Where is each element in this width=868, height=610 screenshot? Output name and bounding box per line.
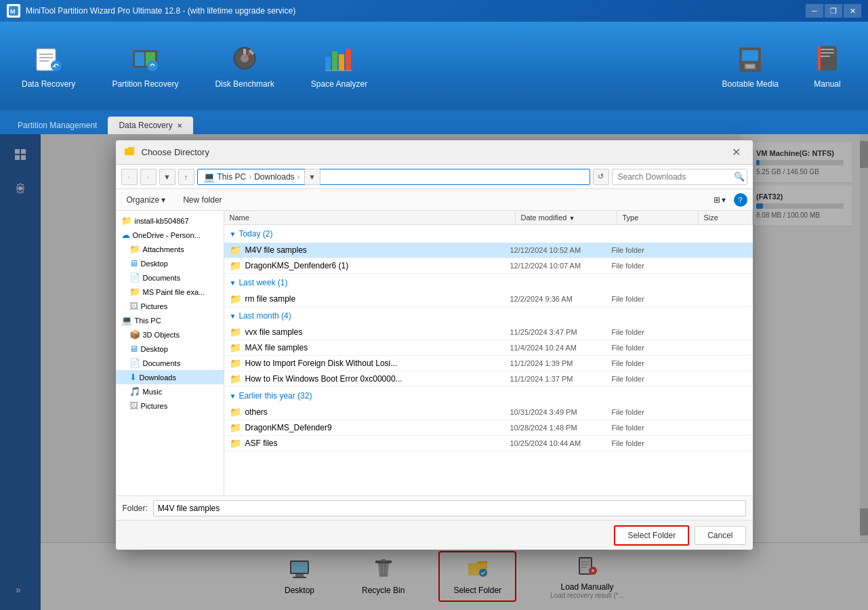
new-folder-button[interactable]: New folder xyxy=(176,194,228,206)
tab-partition-management[interactable]: Partition Management xyxy=(7,117,108,134)
tree-item-this-pc[interactable]: 💻 This PC xyxy=(116,313,224,327)
nav-up-button[interactable]: ↑ xyxy=(178,169,194,185)
file-type: File folder xyxy=(612,359,693,367)
group-earlier: ▼ Earlier this year (32) xyxy=(224,387,753,405)
titlebar: M MiniTool Partition Wizard Pro Ultimate… xyxy=(0,0,868,22)
tree-item-music[interactable]: 🎵 Music xyxy=(116,384,224,399)
tab-close-icon[interactable]: ✕ xyxy=(177,122,182,129)
file-row-max[interactable]: 📁 MAX file samples 11/4/2024 10:24 AM Fi… xyxy=(224,340,753,356)
tree-item-label: Music xyxy=(143,388,163,396)
toolbar-item-disk-benchmark[interactable]: Disk Benchmark xyxy=(207,36,282,96)
file-row-m4v[interactable]: 📁 M4V file samples 12/12/2024 10:52 AM F… xyxy=(224,243,753,258)
restore-button[interactable]: ❐ xyxy=(825,4,842,18)
file-name: How to Fix Windows Boot Error 0xc00000..… xyxy=(245,374,402,384)
file-row-fix-boot[interactable]: 📁 How to Fix Windows Boot Error 0xc00000… xyxy=(224,371,753,387)
nav-tree: 📁 install-kb504867 ☁ OneDrive - Person..… xyxy=(116,211,224,495)
file-type: File folder xyxy=(612,408,693,416)
toolbar-item-manual[interactable]: Manual xyxy=(800,36,854,96)
data-recovery-icon xyxy=(32,41,66,75)
group-toggle-last-month[interactable]: ▼ xyxy=(230,312,236,320)
disk-benchmark-label: Disk Benchmark xyxy=(215,79,274,90)
cancel-button[interactable]: Cancel xyxy=(695,526,745,545)
toolbar-item-bootable-media[interactable]: Bootable Media xyxy=(714,36,787,96)
refresh-button[interactable]: ↺ xyxy=(593,169,609,185)
tree-item-documents-od[interactable]: 📄 Documents xyxy=(116,270,224,285)
data-recovery-label: Data Recovery xyxy=(22,79,75,90)
col-header-size[interactable]: Size xyxy=(699,211,753,224)
toolbar-right: Bootable Media Manual xyxy=(714,36,854,96)
svg-rect-25 xyxy=(821,49,834,50)
col-header-date[interactable]: Date modified ▼ xyxy=(516,211,617,224)
tree-item-onedrive[interactable]: ☁ OneDrive - Person... xyxy=(116,228,224,242)
documents-icon: 📄 xyxy=(129,272,140,283)
nav-back-button[interactable]: ‹ xyxy=(121,169,138,185)
tree-item-pictures-od[interactable]: 🖼 Pictures xyxy=(116,299,224,313)
desktop-icon: 🖥 xyxy=(129,258,138,268)
file-row-dragonkms9[interactable]: 📁 DragonKMS_Defender9 10/28/2024 1:48 PM… xyxy=(224,420,753,436)
file-type: File folder xyxy=(612,246,693,254)
tree-item-label: Documents xyxy=(143,274,181,282)
svg-rect-15 xyxy=(325,57,331,70)
file-row-dragonkms[interactable]: 📁 DragonKMS_Denfender6 (1) 12/12/2024 10… xyxy=(224,258,753,274)
folder-icon: 📁 xyxy=(230,438,241,449)
col-header-name[interactable]: Name xyxy=(224,211,516,224)
breadcrumb-dropdown-btn[interactable]: ▼ xyxy=(304,169,321,185)
folder-icon: 📁 xyxy=(230,293,241,304)
tree-item-3d-objects[interactable]: 📦 3D Objects xyxy=(116,327,224,342)
col-header-type[interactable]: Type xyxy=(617,211,699,224)
file-date: 11/1/2024 1:39 PM xyxy=(510,359,612,367)
downloads-icon: ⬇ xyxy=(129,372,137,382)
file-name: rm file sample xyxy=(245,294,296,304)
file-row-others[interactable]: 📁 others 10/31/2024 3:49 PM File folder xyxy=(224,405,753,420)
computer-icon: 💻 xyxy=(121,315,132,325)
dialog-toolbar: Organize ▾ New folder ⊞ ▾ ? xyxy=(116,189,753,211)
group-last-month-label: Last month (4) xyxy=(239,311,291,321)
close-button[interactable]: ✕ xyxy=(844,4,861,18)
pictures-icon: 🖼 xyxy=(129,401,138,411)
space-analyzer-icon xyxy=(322,41,356,75)
tree-item-label: OneDrive - Person... xyxy=(133,231,201,239)
toolbar-item-data-recovery[interactable]: Data Recovery xyxy=(14,36,83,96)
tree-item-desktop[interactable]: 🖥 Desktop xyxy=(116,342,224,356)
dialog-close-button[interactable]: ✕ xyxy=(728,144,745,161)
tab-data-recovery[interactable]: Data Recovery ✕ xyxy=(108,117,192,134)
nav-forward-button[interactable]: › xyxy=(140,169,157,185)
tree-item-pictures[interactable]: 🖼 Pictures xyxy=(116,399,224,413)
search-wrapper: 🔍 xyxy=(612,169,747,185)
svg-rect-23 xyxy=(746,65,754,68)
toolbar-item-partition-recovery[interactable]: Partition Recovery xyxy=(104,36,186,96)
folder-input[interactable] xyxy=(153,500,746,516)
breadcrumb-path[interactable]: 💻 This PC › Downloads › ▼ xyxy=(197,169,590,185)
nav-dropdown-button[interactable]: ▼ xyxy=(159,169,175,185)
svg-rect-8 xyxy=(135,52,144,66)
tree-item-downloads[interactable]: ⬇ Downloads xyxy=(116,370,224,384)
tree-item-label: Pictures xyxy=(141,402,168,410)
tree-item-documents[interactable]: 📄 Documents xyxy=(116,356,224,370)
tree-item-desktop-od[interactable]: 🖥 Desktop xyxy=(116,256,224,270)
tree-item-install-kb[interactable]: 📁 install-kb504867 xyxy=(116,214,224,228)
file-date: 11/25/2024 3:47 PM xyxy=(510,328,612,336)
tabs-bar: Partition Management Data Recovery ✕ xyxy=(0,110,868,134)
choose-directory-dialog: Choose Directory ✕ ‹ › ▼ ↑ 💻 This PC › D… xyxy=(116,140,753,550)
group-toggle-today[interactable]: ▼ xyxy=(230,230,236,238)
group-toggle-last-week[interactable]: ▼ xyxy=(230,279,236,287)
file-type: File folder xyxy=(612,328,693,336)
file-list: Name Date modified ▼ Type Size xyxy=(224,211,753,495)
file-row-vvx[interactable]: 📁 vvx file samples 11/25/2024 3:47 PM Fi… xyxy=(224,325,753,340)
help-button[interactable]: ? xyxy=(734,193,747,207)
tree-item-mspaint[interactable]: 📁 MS Paint file exa... xyxy=(116,285,224,299)
minimize-button[interactable]: ─ xyxy=(806,4,823,18)
toolbar-item-space-analyzer[interactable]: Space Analyzer xyxy=(303,36,375,96)
group-toggle-earlier[interactable]: ▼ xyxy=(230,392,236,400)
search-button[interactable]: 🔍 xyxy=(734,171,745,182)
tree-item-attachments[interactable]: 📁 Attachments xyxy=(116,242,224,256)
file-browser: 📁 install-kb504867 ☁ OneDrive - Person..… xyxy=(116,211,753,495)
organize-button[interactable]: Organize ▾ xyxy=(121,194,171,206)
file-row-import[interactable]: 📁 How to Import Foreign Disk Without Los… xyxy=(224,356,753,371)
file-row-asf[interactable]: 📁 ASF files 10/25/2024 10:44 AM File fol… xyxy=(224,436,753,451)
view-button[interactable]: ⊞ ▾ xyxy=(711,194,728,206)
search-input[interactable] xyxy=(612,169,747,185)
folder-icon: 📁 xyxy=(129,287,140,297)
select-folder-button[interactable]: Select Folder xyxy=(614,525,689,546)
file-row-rm[interactable]: 📁 rm file sample 12/2/2024 9:36 AM File … xyxy=(224,291,753,307)
